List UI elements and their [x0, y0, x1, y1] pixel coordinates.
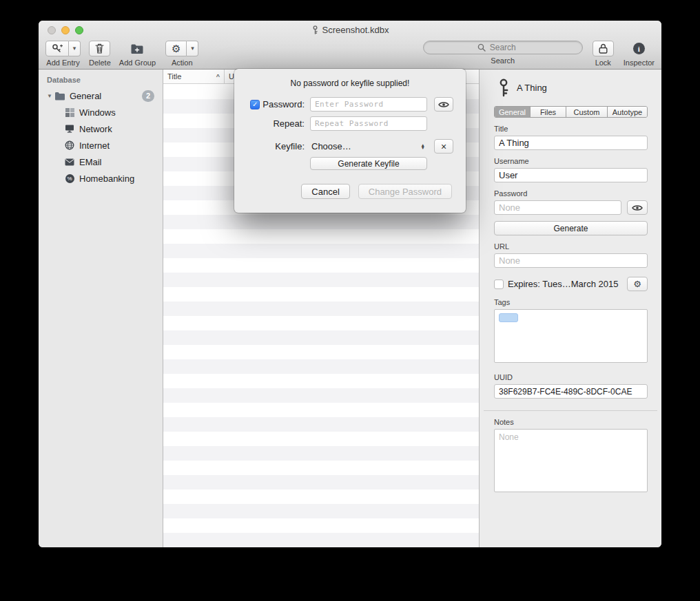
search-toolbar-item: Search: [423, 41, 583, 65]
password-dialog: No password or keyfile supplied! ✓ Passw…: [234, 69, 466, 213]
username-field-label: Username: [494, 157, 648, 165]
add-group-toolbar-item: Add Group: [119, 41, 156, 67]
eye-icon: [438, 101, 449, 108]
action-button[interactable]: ⚙: [165, 41, 187, 56]
inspector-panel: A Thing General Files Custom Autotype Ti…: [479, 70, 661, 547]
dialog-message: No password or keyfile supplied!: [248, 78, 452, 88]
checkmark-icon: ✓: [252, 101, 258, 108]
tab-autotype[interactable]: Autotype: [608, 107, 647, 117]
action-dropdown-button[interactable]: ▾: [187, 41, 198, 56]
column-header-title[interactable]: Title ^: [163, 70, 225, 83]
password-label: Password:: [262, 99, 305, 109]
delete-button[interactable]: [89, 41, 110, 56]
expires-settings-button[interactable]: ⚙: [627, 277, 648, 291]
cancel-button[interactable]: Cancel: [301, 184, 349, 199]
envelope-icon: [63, 158, 76, 166]
password-field-label: Password: [494, 189, 648, 198]
gear-icon: ⚙: [633, 280, 641, 288]
sidebar-group-general[interactable]: ▼ General 2: [39, 87, 163, 104]
sort-ascending-icon: ^: [216, 73, 220, 80]
password-row: [494, 200, 648, 215]
uuid-label: UUID: [494, 373, 648, 381]
column-label: U: [229, 72, 234, 81]
generate-keyfile-button[interactable]: Generate Keyfile: [310, 157, 427, 170]
keyfile-popup[interactable]: Choose… ▲ ▼: [310, 141, 427, 151]
sidebar-item-label: EMail: [79, 157, 102, 167]
generate-password-button[interactable]: Generate: [494, 221, 648, 235]
password-label-group: ✓ Password:: [248, 99, 305, 109]
sidebar-item-label: Windows: [79, 107, 116, 118]
change-password-button[interactable]: Change Password: [358, 184, 452, 199]
add-entry-split-button: ▾: [45, 41, 81, 56]
inspector-tabs: General Files Custom Autotype: [494, 106, 648, 118]
password-checkbox[interactable]: ✓: [250, 100, 260, 109]
action-toolbar-item: ⚙ ▾ Action: [165, 41, 198, 67]
tab-files[interactable]: Files: [531, 107, 566, 117]
tags-field[interactable]: [494, 309, 648, 363]
search-icon: [477, 43, 486, 52]
tab-general[interactable]: General: [495, 107, 531, 117]
search-input[interactable]: [423, 41, 583, 54]
sidebar-item-internet[interactable]: Internet: [39, 137, 163, 154]
title-field-label: Title: [494, 125, 648, 133]
lock-button[interactable]: [593, 41, 614, 56]
reveal-password-button[interactable]: [627, 200, 648, 215]
notes-label: Notes: [494, 418, 648, 426]
gear-icon: ⚙: [172, 43, 181, 54]
sidebar-item-label: Network: [79, 124, 112, 134]
tag-token[interactable]: [499, 313, 518, 322]
window-chrome: Screenshot.kdbx ▾ Add Entry: [39, 21, 661, 70]
eye-icon: [632, 204, 643, 211]
sidebar-item-windows[interactable]: Windows: [39, 104, 163, 120]
tab-custom[interactable]: Custom: [566, 107, 608, 117]
disclosure-triangle-icon[interactable]: ▼: [45, 93, 54, 99]
popup-stepper-icon: ▲ ▼: [421, 144, 427, 149]
expires-label: Expires: Tues…March 2015: [508, 279, 618, 289]
entry-header: A Thing: [494, 78, 648, 97]
chevron-down-icon: ▾: [191, 45, 194, 52]
password-field[interactable]: [494, 200, 621, 215]
keyfile-selected-value: Choose…: [311, 141, 351, 151]
keyfile-row: Keyfile: Choose… ▲ ▼ ×: [248, 139, 452, 154]
add-entry-button[interactable]: [45, 41, 69, 56]
sidebar-header-database: Database: [39, 74, 163, 87]
dialog-actions: Cancel Change Password: [248, 184, 452, 199]
notes-placeholder: None: [499, 432, 519, 442]
repeat-password-field[interactable]: [310, 116, 427, 131]
coin-icon: %: [63, 174, 76, 183]
lock-label: Lock: [595, 59, 611, 67]
inspector-button[interactable]: i: [629, 41, 649, 56]
globe-icon: [63, 140, 76, 150]
sidebar-item-email[interactable]: EMail: [39, 154, 163, 170]
enter-password-field[interactable]: [310, 97, 427, 112]
delete-label: Delete: [89, 59, 111, 67]
divider: [484, 410, 657, 411]
title-field[interactable]: [494, 136, 648, 150]
clear-keyfile-button[interactable]: ×: [434, 139, 453, 154]
search-field: [423, 41, 583, 54]
key-plus-icon: [52, 43, 63, 54]
username-field[interactable]: [494, 168, 648, 182]
column-label: Title: [167, 72, 181, 81]
sidebar-item-homebanking[interactable]: % Homebanking: [39, 170, 163, 187]
sidebar-item-label: Internet: [79, 140, 110, 151]
url-field[interactable]: [494, 253, 648, 268]
search-label: Search: [491, 56, 515, 65]
add-entry-dropdown-button[interactable]: ▾: [69, 41, 81, 56]
keyfile-label: Keyfile:: [248, 141, 305, 151]
window-title: Screenshot.kdbx: [322, 25, 389, 35]
add-group-button[interactable]: [126, 41, 148, 56]
sidebar-item-label: Homebanking: [79, 173, 134, 184]
titlebar: Screenshot.kdbx: [39, 25, 661, 35]
notes-field[interactable]: None: [494, 429, 648, 492]
monitor-icon: [63, 125, 76, 133]
sidebar-item-network[interactable]: Network: [39, 120, 163, 137]
entry-title: A Thing: [517, 83, 547, 93]
reveal-password-button[interactable]: [434, 97, 453, 112]
tags-label: Tags: [494, 298, 648, 306]
uuid-field[interactable]: [494, 384, 648, 399]
expires-checkbox[interactable]: [494, 280, 504, 289]
add-entry-toolbar-item: ▾ Add Entry: [45, 41, 81, 67]
lock-icon: [599, 43, 608, 54]
lock-toolbar-item: Lock: [593, 41, 614, 67]
